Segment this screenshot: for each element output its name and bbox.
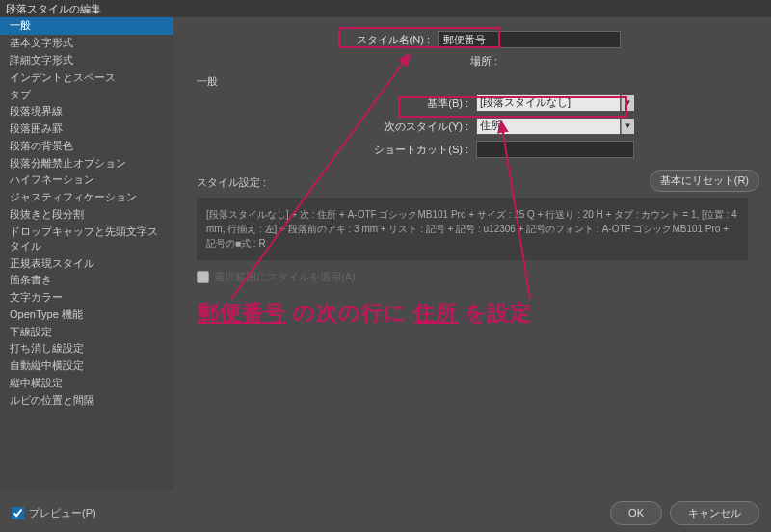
preview-toggle[interactable]: プレビュー(P) [12,506,96,520]
sidebar-item-adv-char[interactable]: 詳細文字形式 [0,52,173,69]
sidebar-item-tcy[interactable]: 縦中横設定 [0,375,173,392]
based-on-label: 基準(B) : [197,96,476,111]
next-style-label: 次のスタイル(Y) : [197,120,476,134]
cancel-button[interactable]: キャンセル [670,501,759,525]
main-panel: スタイル名(N) : 場所 : 一般 基準(B) : [段落スタイルなし] ▼ … [173,17,771,490]
sidebar-item-hyphenation[interactable]: ハイフネーション [0,172,173,189]
sidebar-item-basic-char[interactable]: 基本文字形式 [0,35,173,52]
sidebar-item-grep[interactable]: 正規表現スタイル [0,254,173,272]
shortcut-label: ショートカット(S) : [197,143,476,157]
apply-to-selection-row: 選択範囲にスタイルを適用(A) [197,270,748,284]
sidebar-item-dropcaps[interactable]: ドロップキャップと先頭文字スタイル [0,223,173,254]
preview-label: プレビュー(P) [29,506,96,520]
reset-button[interactable]: 基本にリセット(R) [650,170,759,192]
sidebar-item-auto-tcy[interactable]: 自動縦中横設定 [0,358,173,375]
preview-checkbox[interactable] [12,507,24,519]
based-on-select[interactable]: [段落スタイルなし] [476,94,621,112]
sidebar-item-underline[interactable]: 下線設定 [0,323,173,340]
sidebar-item-tabs[interactable]: タブ [0,86,173,103]
apply-to-selection-checkbox [197,271,209,283]
style-name-input[interactable] [438,31,621,48]
general-section-title: 一般 [197,74,748,89]
sidebar-item-char-color[interactable]: 文字カラー [0,289,173,306]
chevron-down-icon[interactable]: ▼ [621,95,634,111]
chevron-down-icon[interactable]: ▼ [621,119,634,134]
sidebar-item-para-bg[interactable]: 段落の背景色 [0,137,173,154]
sidebar-item-indent-space[interactable]: インデントとスペース [0,68,173,86]
sidebar-item-strike[interactable]: 打ち消し線設定 [0,340,173,358]
next-style-select[interactable]: 住所 [476,118,621,135]
sidebar-item-keep-options[interactable]: 段落分離禁止オプション [0,154,173,172]
dialog-title: 段落スタイルの編集 [0,0,771,17]
category-sidebar: 一般 基本文字形式 詳細文字形式 インデントとスペース タブ 段落境界線 段落囲… [0,17,173,490]
annotation-text: 郵便番号 の次の行に 住所 を設定 [198,299,532,328]
shortcut-input[interactable] [476,141,634,158]
sidebar-item-bullets[interactable]: 箇条書き [0,272,173,289]
dialog-body: 一般 基本文字形式 詳細文字形式 インデントとスペース タブ 段落境界線 段落囲… [0,17,771,490]
sidebar-item-justification[interactable]: ジャスティフィケーション [0,189,173,206]
sidebar-item-ruby[interactable]: ルビの位置と間隔 [0,391,173,409]
sidebar-item-opentype[interactable]: OpenType 機能 [0,306,173,324]
sidebar-item-para-rule[interactable]: 段落境界線 [0,103,173,120]
dialog-footer: プレビュー(P) OK キャンセル [0,493,771,532]
location-label: 場所 : [197,54,505,68]
sidebar-item-general[interactable]: 一般 [0,17,173,35]
sidebar-item-span-columns[interactable]: 段抜きと段分割 [0,206,173,224]
apply-to-selection-label: 選択範囲にスタイルを適用(A) [214,270,356,284]
style-settings-text: [段落スタイルなし] + 次 : 住所 + A-OTF ゴシックMB101 Pr… [197,198,748,260]
sidebar-item-para-border[interactable]: 段落囲み罫 [0,120,173,138]
ok-button[interactable]: OK [610,501,662,525]
style-name-label: スタイル名(N) : [197,33,438,47]
